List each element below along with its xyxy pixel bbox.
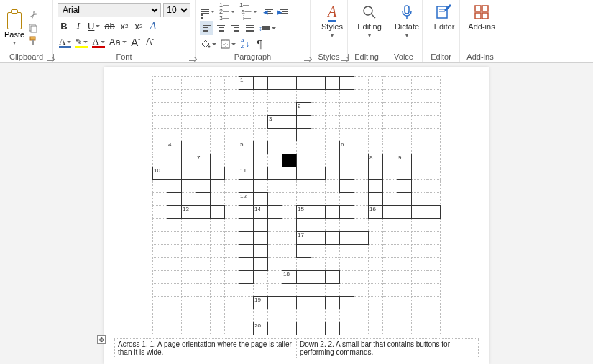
cell[interactable]: 9 xyxy=(397,154,412,167)
cell[interactable] xyxy=(196,193,211,206)
cell[interactable] xyxy=(311,232,326,245)
cell[interactable] xyxy=(340,154,354,167)
cell[interactable] xyxy=(254,219,268,232)
cell[interactable] xyxy=(239,206,254,219)
cell[interactable] xyxy=(167,167,182,180)
decrease-indent-button[interactable]: ◂ xyxy=(260,4,273,19)
cell[interactable] xyxy=(383,154,397,167)
cell[interactable] xyxy=(268,141,282,154)
cell[interactable] xyxy=(326,77,340,90)
cell[interactable]: 13 xyxy=(182,206,196,219)
cell[interactable] xyxy=(297,271,311,284)
cell[interactable] xyxy=(196,180,211,193)
highlight-button[interactable]: ✎ xyxy=(74,34,89,49)
line-spacing-button[interactable]: ↕ xyxy=(257,21,277,35)
cell[interactable] xyxy=(311,271,326,284)
cell[interactable]: 17 xyxy=(297,232,311,245)
bold-button[interactable]: B xyxy=(58,19,70,33)
cell[interactable] xyxy=(297,77,311,90)
cell[interactable] xyxy=(340,180,354,193)
cell[interactable]: 20 xyxy=(254,322,268,335)
font-color2-button[interactable]: A xyxy=(58,34,73,49)
cell[interactable] xyxy=(326,232,340,245)
cell[interactable] xyxy=(297,297,311,309)
borders-button[interactable] xyxy=(219,37,237,51)
justify-button[interactable] xyxy=(243,21,256,35)
cell[interactable] xyxy=(254,245,268,258)
cell[interactable]: 12 xyxy=(239,193,254,206)
cell[interactable] xyxy=(311,322,326,335)
copy-icon[interactable] xyxy=(27,22,39,34)
cell[interactable] xyxy=(354,232,369,245)
cell[interactable] xyxy=(239,232,254,245)
align-center-button[interactable] xyxy=(214,21,227,35)
cell[interactable] xyxy=(426,206,441,219)
align-right-button[interactable] xyxy=(229,21,242,35)
cell[interactable] xyxy=(282,77,297,90)
cell[interactable]: 8 xyxy=(369,154,383,167)
align-left-button[interactable] xyxy=(200,21,213,35)
editor-button[interactable]: Editor xyxy=(427,1,461,31)
cell[interactable] xyxy=(182,167,196,180)
cell[interactable] xyxy=(326,322,340,335)
font-color-button[interactable]: A xyxy=(91,34,106,49)
cell[interactable] xyxy=(340,77,354,90)
cell[interactable] xyxy=(239,271,254,284)
shading-button[interactable] xyxy=(200,37,218,51)
cell[interactable] xyxy=(268,322,282,335)
cell[interactable]: 6 xyxy=(340,141,354,154)
cell[interactable]: 2 xyxy=(297,103,311,116)
cell[interactable] xyxy=(254,193,268,206)
cell[interactable] xyxy=(297,219,311,232)
styles-button[interactable]: A Styles▾ xyxy=(315,1,349,39)
increase-indent-button[interactable]: ▸ xyxy=(275,4,288,19)
cell[interactable] xyxy=(369,180,383,193)
format-painter-icon[interactable] xyxy=(27,35,39,47)
cell[interactable] xyxy=(239,258,254,271)
numbering-button[interactable]: 1—2—3— xyxy=(218,4,236,19)
underline-button[interactable]: U xyxy=(86,19,101,33)
cell[interactable] xyxy=(239,245,254,258)
cell[interactable] xyxy=(196,206,211,219)
font-name-select[interactable]: Arial xyxy=(58,3,161,17)
cell[interactable] xyxy=(211,206,225,219)
cell[interactable] xyxy=(397,167,412,180)
cell[interactable] xyxy=(297,129,311,141)
cell[interactable]: 4 xyxy=(167,141,182,154)
cell[interactable] xyxy=(282,297,297,309)
document-area[interactable]: 1234567891011121314151617181920 ✥ Across… xyxy=(0,63,593,364)
cell[interactable] xyxy=(282,116,297,129)
cell[interactable] xyxy=(340,297,354,309)
cell[interactable] xyxy=(268,297,282,309)
italic-button[interactable]: I xyxy=(72,19,85,33)
grow-font-button[interactable]: Aˆ xyxy=(129,34,142,49)
cell[interactable] xyxy=(167,154,182,167)
dictate-button[interactable]: Dictate▾ xyxy=(390,1,424,39)
cell[interactable] xyxy=(196,167,211,180)
editing-button[interactable]: Editing▾ xyxy=(352,1,387,39)
cell[interactable] xyxy=(239,180,254,193)
cell[interactable] xyxy=(311,167,326,180)
cell[interactable]: 16 xyxy=(369,206,383,219)
sort-button[interactable]: AZ↓ xyxy=(239,37,252,51)
change-case-button[interactable]: Aa xyxy=(108,34,128,49)
cell[interactable] xyxy=(383,206,397,219)
font-size-select[interactable]: 10 xyxy=(163,3,190,17)
cell[interactable] xyxy=(297,245,311,258)
multilevel-button[interactable]: 1— a— i— xyxy=(238,4,259,19)
shrink-font-button[interactable]: Aˇ xyxy=(144,34,157,49)
cut-icon[interactable]: ✂ xyxy=(25,7,42,24)
cell[interactable] xyxy=(239,219,254,232)
cell[interactable] xyxy=(211,167,225,180)
cell[interactable] xyxy=(397,193,412,206)
crossword-grid[interactable]: 1234567891011121314151617181920 xyxy=(152,76,441,335)
cell[interactable] xyxy=(311,77,326,90)
cell[interactable] xyxy=(340,167,354,180)
cell[interactable] xyxy=(282,167,297,180)
cell[interactable] xyxy=(268,206,282,219)
text-effects-button[interactable]: A xyxy=(147,19,160,33)
cell[interactable] xyxy=(254,141,268,154)
cell[interactable] xyxy=(397,180,412,193)
cell[interactable] xyxy=(297,322,311,335)
cell[interactable] xyxy=(412,206,426,219)
